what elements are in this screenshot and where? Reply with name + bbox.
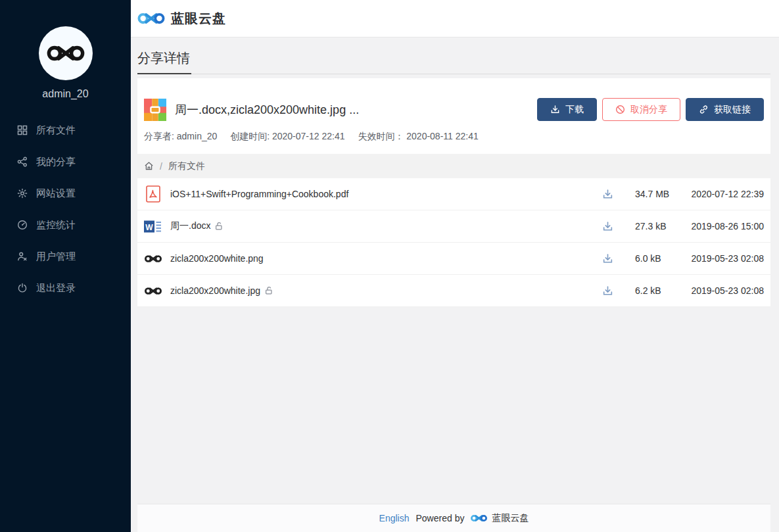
download-button-label: 下载 — [565, 104, 584, 116]
file-size: 34.7 MB — [626, 189, 688, 199]
sidebar-item-monitor-stats[interactable]: 监控统计 — [0, 209, 131, 241]
image-thumbnail-icon — [145, 285, 162, 297]
table-row: W zicla200x200white.jpg — [137, 275, 770, 307]
sidebar-item-label: 用户管理 — [36, 251, 76, 263]
gauge-icon — [17, 220, 28, 230]
link-icon — [699, 105, 709, 114]
sidebar-item-all-files[interactable]: 所有文件 — [0, 114, 131, 146]
breadcrumb: / 所有文件 — [137, 154, 770, 178]
language-link[interactable]: English — [379, 513, 410, 523]
word-icon: W — [144, 219, 162, 234]
file-date: 2019-08-26 15:00 — [688, 221, 764, 231]
brand-logo-icon[interactable] — [137, 10, 165, 27]
sidebar-item-label: 我的分享 — [36, 156, 76, 168]
avatar[interactable] — [39, 26, 93, 80]
share-info: 分享者: admin_20 创建时间: 2020-07-12 22:41 失效时… — [137, 121, 770, 154]
file-name[interactable]: iOS+11+Swift+Programming+Cookbook.pdf — [170, 189, 348, 199]
file-name[interactable]: 周一.docx — [170, 220, 224, 232]
home-icon[interactable] — [144, 161, 154, 171]
sharer-label: 分享者: — [144, 131, 174, 141]
file-name[interactable]: zicla200x200white.png — [170, 253, 264, 264]
file-date: 2019-05-23 02:08 — [688, 285, 764, 296]
row-download-icon[interactable] — [590, 221, 626, 232]
table-row: W zicla200x200white.png — [137, 243, 770, 275]
unlock-icon — [214, 222, 224, 231]
get-link-button-label: 获取链接 — [714, 104, 751, 116]
cancel-share-button[interactable]: 取消分享 — [602, 98, 680, 121]
row-download-icon[interactable] — [590, 189, 626, 200]
share-card: 周一.docx,zicla200x200white.jpg ... 下载 — [137, 78, 770, 307]
file-type-icon: W — [144, 285, 162, 297]
row-download-icon[interactable] — [590, 253, 626, 264]
created-value: 2020-07-12 22:41 — [272, 131, 345, 141]
username: admin_20 — [42, 88, 88, 100]
cancel-share-button-label: 取消分享 — [630, 104, 667, 116]
file-type-icon: W — [144, 185, 162, 203]
pdf-icon — [146, 185, 160, 203]
created-label: 创建时间: — [230, 131, 270, 141]
zicla-logo-icon — [47, 41, 85, 65]
footer-brand-link[interactable]: 蓝眼云盘 — [471, 512, 529, 524]
sidebar-item-label: 所有文件 — [36, 124, 76, 137]
gear-icon — [17, 188, 28, 199]
breadcrumb-separator: / — [160, 161, 162, 172]
expire-value: 2020-08-11 22:41 — [406, 131, 479, 141]
file-name[interactable]: zicla200x200white.jpg — [170, 285, 273, 296]
table-row: W iOS+11+Swift+Programming+Cookbook.pdf — [137, 178, 770, 210]
brand-title[interactable]: 蓝眼云盘 — [171, 10, 226, 28]
share-title: 周一.docx,zicla200x200white.jpg ... — [175, 102, 359, 118]
page-title-bar: 分享详情 — [137, 37, 770, 74]
get-link-button[interactable]: 获取链接 — [686, 98, 764, 121]
prohibit-icon — [615, 105, 625, 114]
users-icon — [17, 251, 28, 262]
grid-icon — [17, 125, 28, 135]
svg-text:W: W — [145, 222, 153, 231]
sidebar-item-label: 退出登录 — [36, 282, 76, 295]
image-thumbnail-icon — [145, 253, 162, 264]
footer: English Powered by 蓝眼云盘 — [137, 504, 770, 532]
file-date: 2019-05-23 02:08 — [688, 253, 764, 264]
table-row: W 周一.docx — [137, 210, 770, 243]
sidebar-item-user-management[interactable]: 用户管理 — [0, 241, 131, 272]
powered-by-text: Powered by — [415, 513, 464, 523]
sidebar: admin_20 所有文件 我的分享 — [0, 0, 131, 532]
file-list: W iOS+11+Swift+Programming+Cookbook.pdf — [137, 178, 770, 307]
sidebar-item-my-shares[interactable]: 我的分享 — [0, 146, 131, 178]
archive-file-icon — [144, 99, 166, 121]
sidebar-menu: 所有文件 我的分享 网站设置 — [0, 114, 131, 304]
app-header: 蓝眼云盘 — [131, 0, 779, 37]
file-size: 6.2 kB — [626, 285, 688, 296]
footer-brand-label: 蓝眼云盘 — [492, 512, 529, 524]
unlock-icon — [264, 286, 273, 295]
share-header: 周一.docx,zicla200x200white.jpg ... 下载 — [137, 78, 770, 121]
breadcrumb-root[interactable]: 所有文件 — [168, 160, 205, 172]
footer-logo-icon — [471, 513, 487, 523]
row-download-icon[interactable] — [590, 285, 626, 297]
power-icon — [17, 283, 28, 293]
file-type-icon: W — [144, 253, 162, 264]
file-type-icon: W — [144, 219, 162, 234]
download-button[interactable]: 下载 — [537, 98, 597, 121]
share-icon — [17, 157, 28, 167]
sidebar-item-label: 网站设置 — [36, 187, 76, 200]
file-size: 27.3 kB — [626, 221, 688, 231]
file-date: 2020-07-12 22:39 — [688, 189, 764, 199]
page-title: 分享详情 — [137, 49, 191, 74]
file-size: 6.0 kB — [626, 253, 688, 264]
sidebar-item-logout[interactable]: 退出登录 — [0, 272, 131, 304]
content: 分享详情 周一.docx,zicla200x200white.jpg ... — [131, 37, 779, 532]
main-area: 蓝眼云盘 分享详情 周一.docx,zicla200x200 — [131, 0, 779, 532]
sidebar-item-label: 监控统计 — [36, 219, 76, 231]
sidebar-item-site-settings[interactable]: 网站设置 — [0, 178, 131, 209]
sharer-value: admin_20 — [177, 131, 218, 141]
download-icon — [550, 105, 560, 114]
share-actions: 下载 取消分享 — [537, 98, 764, 121]
expire-label: 失效时间： — [358, 131, 404, 141]
